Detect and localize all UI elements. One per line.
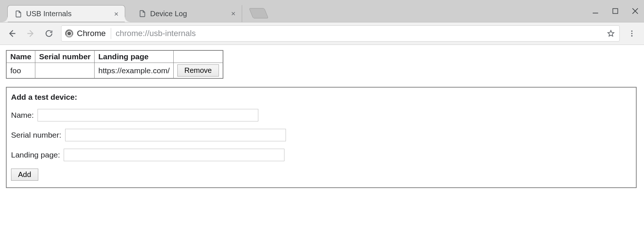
- tab-title: USB Internals: [26, 10, 109, 18]
- page-icon: [14, 10, 22, 18]
- maximize-button[interactable]: [610, 6, 620, 16]
- svg-point-3: [631, 35, 633, 37]
- name-label: Name:: [11, 111, 34, 120]
- page-content: Name Serial number Landing page foo http…: [0, 45, 644, 193]
- form-row-serial: Serial number:: [11, 129, 631, 141]
- browser-chrome: USB Internals Device Log: [0, 0, 644, 45]
- tab-title: Device Log: [150, 10, 226, 18]
- chrome-icon: [65, 29, 73, 38]
- omnibox-origin-label: Chrome: [77, 29, 106, 38]
- back-button[interactable]: [6, 27, 18, 40]
- col-serial: Serial number: [35, 50, 95, 63]
- col-actions: [174, 50, 223, 63]
- col-landing: Landing page: [95, 50, 174, 63]
- forward-button[interactable]: [24, 27, 37, 40]
- svg-point-2: [631, 33, 633, 34]
- page-icon: [138, 10, 146, 18]
- serial-input[interactable]: [65, 129, 286, 141]
- add-test-device-legend: Add a test device:: [11, 93, 631, 102]
- browser-menu-button[interactable]: [626, 27, 638, 40]
- landing-label: Landing page:: [11, 151, 60, 159]
- form-row-landing: Landing page:: [11, 149, 631, 161]
- svg-point-1: [631, 31, 633, 32]
- cell-landing: https://example.com/: [95, 63, 174, 79]
- tab-usb-internals[interactable]: USB Internals: [7, 5, 125, 22]
- serial-label: Serial number:: [11, 131, 61, 139]
- add-device-button[interactable]: Add: [11, 169, 38, 181]
- table-row: foo https://example.com/ Remove: [6, 63, 223, 79]
- cell-serial: [35, 63, 95, 79]
- bookmark-star-icon[interactable]: [606, 29, 616, 38]
- new-tab-button[interactable]: [249, 8, 268, 18]
- cell-actions: Remove: [174, 63, 223, 79]
- remove-device-button[interactable]: Remove: [177, 64, 219, 77]
- table-header-row: Name Serial number Landing page: [6, 50, 223, 63]
- omnibox[interactable]: Chrome chrome://usb-internals: [61, 25, 620, 42]
- omnibox-url: chrome://usb-internals: [116, 29, 602, 38]
- close-window-button[interactable]: [630, 6, 640, 16]
- svg-rect-0: [613, 8, 618, 13]
- cell-name: foo: [6, 63, 35, 79]
- col-name: Name: [6, 50, 35, 63]
- tab-device-log[interactable]: Device Log: [132, 5, 242, 22]
- name-input[interactable]: [38, 109, 258, 121]
- landing-input[interactable]: [64, 149, 284, 161]
- minimize-button[interactable]: [590, 6, 601, 16]
- test-devices-table: Name Serial number Landing page foo http…: [6, 50, 223, 79]
- window-controls: [590, 0, 640, 22]
- add-test-device-panel: Add a test device: Name: Serial number: …: [6, 87, 637, 188]
- tab-strip: USB Internals Device Log: [0, 0, 644, 22]
- close-tab-icon[interactable]: [230, 10, 237, 17]
- form-row-name: Name:: [11, 109, 631, 121]
- close-tab-icon[interactable]: [113, 11, 120, 17]
- toolbar: Chrome chrome://usb-internals: [0, 22, 644, 45]
- reload-button[interactable]: [43, 27, 55, 40]
- omnibox-origin-chip: Chrome: [65, 28, 111, 39]
